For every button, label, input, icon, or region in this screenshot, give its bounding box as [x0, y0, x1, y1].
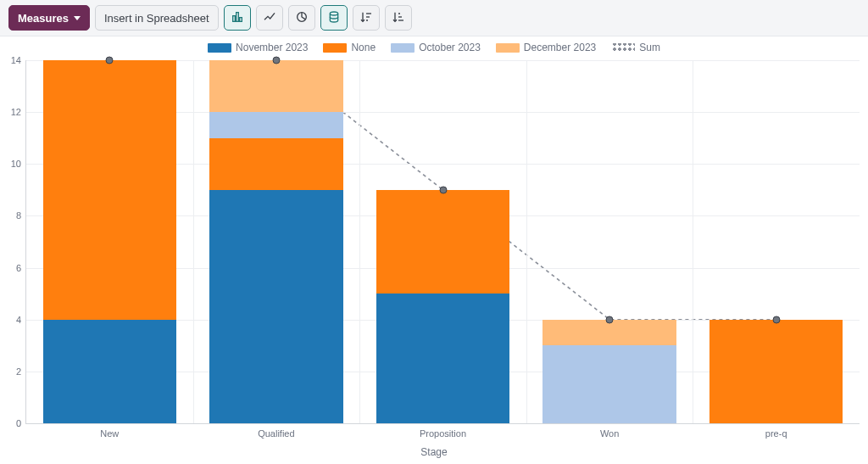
legend-swatch: [391, 43, 415, 53]
y-tick-label: 10: [11, 159, 26, 169]
y-tick-label: 6: [16, 263, 26, 273]
sort-desc-icon: [359, 10, 373, 26]
insert-label: Insert in Spreadsheet: [104, 12, 209, 25]
y-tick-label: 8: [16, 210, 26, 221]
chart-plot: 02468101214NewQualifiedPropositionWonpre…: [25, 60, 860, 424]
legend-item[interactable]: November 2023: [208, 42, 308, 53]
sum-point[interactable]: [272, 57, 280, 64]
toolbar: Measures Insert in Spreadsheet: [0, 0, 868, 36]
x-axis-label: Stage: [420, 446, 447, 458]
legend-item[interactable]: December 2023: [496, 42, 596, 53]
pie-chart-button[interactable]: [288, 5, 315, 31]
svg-point-4: [330, 12, 337, 15]
legend-swatch: [323, 43, 347, 53]
legend-swatch: [208, 43, 231, 53]
bar-segment[interactable]: [209, 60, 342, 112]
bar-segment[interactable]: [376, 293, 509, 423]
legend-label: None: [351, 42, 376, 53]
sort-asc-button[interactable]: [385, 5, 412, 31]
bar-segment[interactable]: [43, 320, 176, 423]
legend-item[interactable]: Sum: [611, 42, 660, 53]
stacked-chart-button[interactable]: [320, 5, 348, 31]
bar-chart-icon: [231, 10, 244, 26]
svg-rect-1: [236, 12, 238, 21]
x-tick-label: Won: [600, 423, 619, 439]
legend-label: December 2023: [524, 42, 596, 53]
svg-rect-2: [239, 17, 242, 21]
y-tick-label: 2: [16, 366, 26, 377]
sum-point[interactable]: [772, 316, 780, 323]
bar-segment[interactable]: [209, 190, 342, 423]
x-tick-label: Proposition: [420, 423, 466, 439]
bar-segment[interactable]: [542, 320, 676, 346]
legend-label: November 2023: [236, 42, 308, 53]
x-tick-label: New: [100, 423, 119, 439]
sort-asc-icon: [392, 10, 405, 26]
bar-segment[interactable]: [209, 112, 342, 138]
legend-label: Sum: [639, 42, 660, 53]
legend-item[interactable]: None: [323, 42, 376, 53]
x-tick-label: pre-q: [765, 423, 787, 439]
legend-item[interactable]: October 2023: [391, 42, 481, 53]
bar-segment[interactable]: [542, 345, 676, 423]
legend-label: October 2023: [419, 42, 481, 53]
sum-point[interactable]: [439, 186, 447, 193]
chart-area: November 2023NoneOctober 2023December 20…: [0, 36, 868, 464]
legend-swatch: [496, 43, 520, 53]
bar-segment[interactable]: [709, 320, 843, 423]
bar-segment[interactable]: [376, 190, 509, 293]
line-chart-icon: [263, 10, 276, 26]
bar-segment[interactable]: [43, 60, 176, 320]
pie-chart-icon: [295, 10, 309, 26]
y-tick-label: 0: [16, 418, 26, 428]
stacked-chart-icon: [327, 10, 341, 26]
chart-legend: November 2023NoneOctober 2023December 20…: [0, 42, 868, 53]
line-chart-button[interactable]: [256, 5, 283, 31]
insert-spreadsheet-button[interactable]: Insert in Spreadsheet: [95, 5, 219, 31]
sum-point[interactable]: [106, 57, 114, 64]
bar-chart-button[interactable]: [224, 5, 251, 31]
y-tick-label: 4: [16, 315, 26, 325]
y-tick-label: 12: [11, 107, 26, 117]
y-tick-label: 14: [11, 55, 26, 65]
legend-swatch-sum: [611, 43, 635, 53]
measures-button[interactable]: Measures: [8, 5, 90, 31]
sum-point[interactable]: [606, 316, 614, 323]
x-tick-label: Qualified: [258, 423, 294, 439]
svg-rect-0: [232, 15, 235, 21]
bar-segment[interactable]: [209, 138, 342, 190]
measures-label: Measures: [18, 12, 69, 25]
sort-desc-button[interactable]: [353, 5, 380, 31]
